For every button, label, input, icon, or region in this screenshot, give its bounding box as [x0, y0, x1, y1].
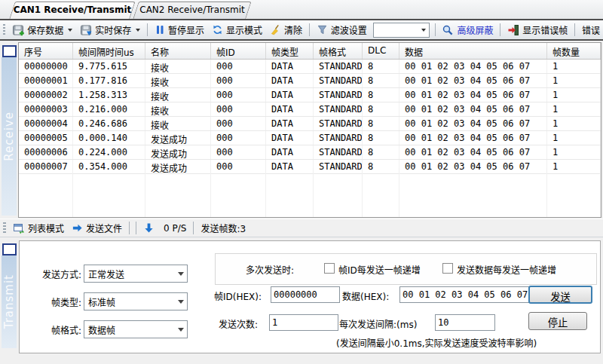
list-mode-button[interactable]: 列表模式: [10, 220, 67, 236]
column-header[interactable]: 帧类型: [266, 43, 314, 59]
table-cell: 1: [547, 102, 601, 116]
chevron-down-icon: [175, 300, 187, 304]
send-count-input[interactable]: [269, 314, 338, 331]
send-file-button[interactable]: 发送文件: [69, 220, 125, 236]
table-cell: 00000001: [19, 74, 73, 87]
table-row[interactable]: 000000050.000.140发送成功000DATASTANDARD800 …: [19, 131, 601, 145]
toolbar-grip[interactable]: [3, 24, 5, 36]
tab-can1-receive-transmit[interactable]: CAN1 Receive/Transmit: [12, 2, 133, 19]
chevron-down-icon[interactable]: [136, 29, 140, 32]
frame-format-select[interactable]: 数据帧: [84, 320, 188, 338]
panel-select-checkbox[interactable]: [2, 243, 17, 255]
column-header[interactable]: 名称: [145, 43, 211, 59]
table-cell: STANDARD: [314, 88, 363, 102]
column-header[interactable]: 帧间隔时间us: [73, 43, 145, 59]
empty-column: [363, 168, 399, 217]
empty-column: [314, 168, 363, 217]
inc-data-checkbox[interactable]: [442, 263, 453, 274]
toolbar-separator: [309, 23, 310, 36]
interval-input[interactable]: [435, 314, 495, 331]
transmit-panel-region: Transmit 发送方式: 正常发送 多次发送时: 帧ID每发送一帧递增 发送…: [0, 237, 603, 364]
empty-column: [19, 168, 73, 217]
interval-label: 每次发送间隔:(ms): [339, 317, 417, 330]
send-button[interactable]: 发送: [528, 286, 592, 304]
column-header[interactable]: 帧数量: [547, 43, 601, 59]
table-cell: DATA: [266, 74, 314, 87]
chevron-down-icon[interactable]: [68, 29, 72, 32]
table-row[interactable]: 000000040.246.686接收000DATASTANDARD800 01…: [19, 117, 601, 131]
tab-can2-receive-transmit[interactable]: CAN2 Receive/Transmit: [136, 2, 249, 19]
table-cell: 000: [211, 60, 266, 73]
clear-button[interactable]: 清除: [267, 22, 305, 38]
table-cell: STANDARD: [314, 117, 363, 130]
column-header[interactable]: DLC: [363, 43, 399, 59]
receive-sidebar[interactable]: Receive: [2, 57, 17, 216]
table-cell: 0.177.816: [73, 74, 145, 87]
transmit-sidebar[interactable]: Transmit: [2, 255, 17, 348]
refresh-icon: [212, 24, 223, 35]
realtime-save-button[interactable]: 实时保存: [77, 22, 143, 38]
column-header[interactable]: 序号: [19, 43, 73, 59]
table-cell: 00 01 02 03 04 05 06 07: [399, 102, 547, 116]
pause-display-button[interactable]: 暂停显示: [152, 22, 207, 38]
column-header[interactable]: 帧ID: [211, 43, 266, 59]
table-body: 000000009.775.615接收000DATASTANDARD800 01…: [19, 60, 601, 174]
broom-icon: [270, 24, 281, 35]
column-header[interactable]: 数据: [399, 43, 547, 59]
table-cell: 00 01 02 03 04 05 06 07: [399, 74, 547, 87]
column-header[interactable]: 帧格式: [314, 43, 363, 59]
filter-settings-button[interactable]: 滤波设置: [314, 22, 370, 38]
show-error-frames-label: 显示错误帧: [522, 23, 568, 36]
empty-column: [266, 168, 314, 217]
table-cell: 000: [211, 117, 266, 130]
data-hex-input[interactable]: [399, 286, 531, 303]
table-cell: 00 01 02 03 04 05 06 07: [399, 131, 547, 145]
error-frame-icon: [507, 24, 519, 36]
save-data-button[interactable]: 保存数据: [9, 22, 75, 38]
filter-settings-label: 滤波设置: [331, 23, 367, 36]
empty-column: [547, 168, 601, 217]
table-cell: 0.246.686: [73, 117, 145, 130]
table-cell: 000: [211, 88, 266, 102]
frame-id-label: 帧ID(HEX):: [214, 289, 262, 302]
transmit-toolbar: 列表模式 发送文件 0 P/S 发送帧数:3: [0, 219, 603, 237]
display-mode-button[interactable]: 显示模式: [209, 22, 265, 38]
clipped-toolbar-label: 错误: [582, 23, 600, 36]
frame-id-input[interactable]: [271, 286, 340, 303]
table-cell: 00000006: [19, 145, 73, 159]
panel-select-checkbox[interactable]: [2, 45, 17, 57]
send-mode-select[interactable]: 正常发送: [84, 265, 188, 283]
table-cell: 000: [211, 145, 266, 159]
table-cell: DATA: [266, 131, 314, 145]
table-cell: DATA: [266, 88, 314, 102]
table-cell: 接收: [145, 88, 211, 102]
receive-table: 序号帧间隔时间us名称帧ID帧类型帧格式DLC数据帧数量 000000009.7…: [18, 42, 601, 218]
table-cell: DATA: [266, 60, 314, 73]
table-row[interactable]: 000000009.775.615接收000DATASTANDARD800 01…: [19, 60, 601, 74]
receive-panel: Receive 序号帧间隔时间us名称帧ID帧类型帧格式DLC数据帧数量 000…: [0, 42, 603, 217]
table-cell: 000: [211, 102, 266, 116]
stop-button[interactable]: 停止: [528, 312, 587, 330]
show-error-frames-button[interactable]: 显示错误帧: [504, 22, 571, 38]
table-cell: 00 01 02 03 04 05 06 07: [399, 117, 547, 130]
table-row[interactable]: 000000060.224.000发送成功000DATASTANDARD800 …: [19, 145, 601, 160]
advanced-mask-button[interactable]: 高级屏蔽: [439, 22, 496, 38]
tab-label: CAN1 Receive/Transmit: [12, 2, 133, 15]
frames-sent-label: 发送帧数:3: [200, 222, 246, 234]
table-cell: 1.258.313: [73, 88, 145, 102]
inc-id-checkbox[interactable]: [324, 263, 335, 274]
toolbar-grip[interactable]: [3, 222, 6, 234]
table-row[interactable]: 000000030.216.000接收000DATASTANDARD800 01…: [19, 102, 601, 117]
frame-type-label: 帧类型:: [27, 295, 81, 308]
table-cell: 1: [547, 145, 601, 159]
realtime-save-label: 实时保存: [95, 23, 131, 36]
clipped-toolbar-item[interactable]: 错误: [579, 22, 603, 38]
frame-type-select[interactable]: 标准帧: [84, 292, 188, 310]
table-row[interactable]: 000000010.177.816接收000DATASTANDARD800 01…: [19, 74, 601, 88]
list-mode-icon: [13, 222, 25, 234]
filter-select[interactable]: [373, 23, 430, 38]
table-row[interactable]: 000000021.258.313接收000DATASTANDARD800 01…: [19, 88, 601, 102]
table-cell: 8: [363, 117, 399, 130]
table-cell: 9.775.615: [73, 60, 145, 73]
table-cell: 00000000: [19, 60, 73, 73]
